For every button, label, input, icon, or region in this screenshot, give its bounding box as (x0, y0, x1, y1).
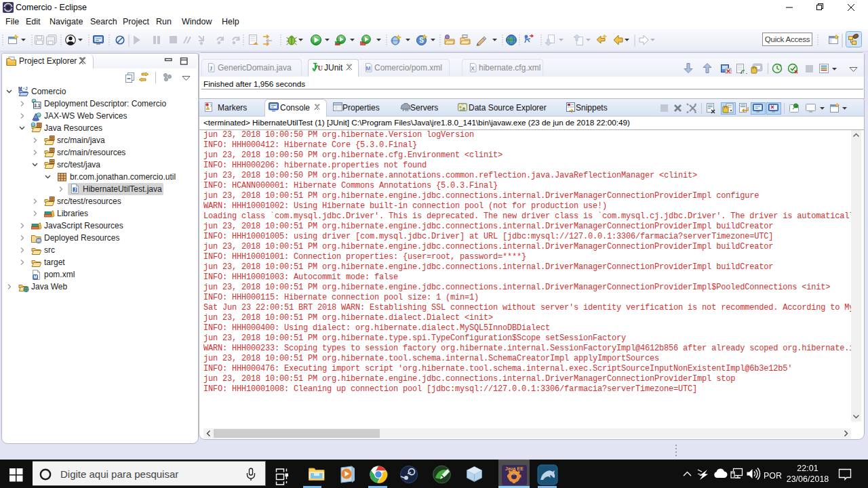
svg-text:IDE: IDE (511, 472, 517, 476)
svg-text:POR: POR (764, 471, 782, 481)
svg-text:23/06/2018: 23/06/2018 (787, 474, 829, 484)
svg-text:X: X (471, 65, 475, 72)
svg-text:S: S (419, 37, 424, 44)
svg-text:J: J (210, 65, 213, 72)
svg-text:U: U (318, 64, 323, 72)
svg-text:M: M (366, 65, 370, 72)
svg-text:22:01: 22:01 (797, 464, 818, 473)
svg-text:Java EE: Java EE (505, 466, 524, 471)
